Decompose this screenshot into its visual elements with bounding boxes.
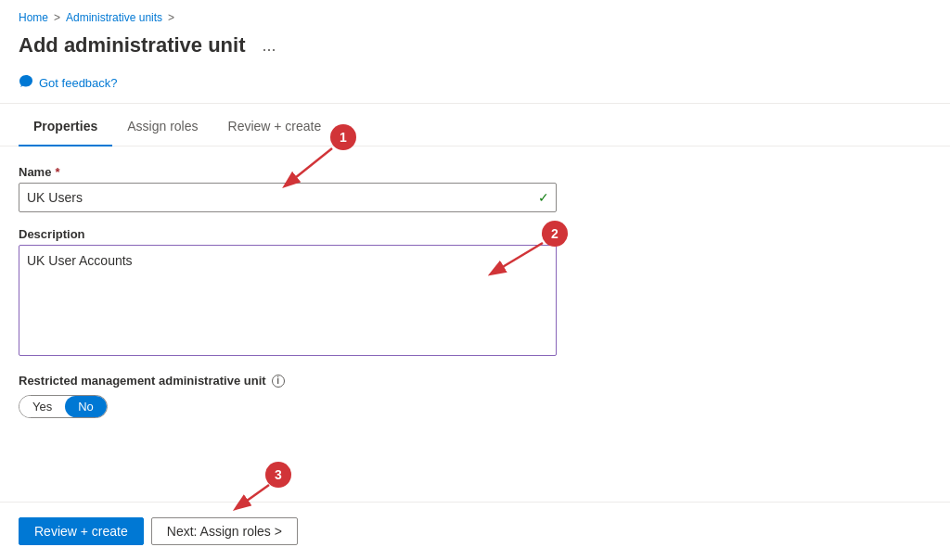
page-container: Home > Administrative units > Add admini… (0, 0, 950, 560)
name-input-wrapper: ✓ (19, 183, 557, 212)
description-input[interactable]: UK User Accounts (19, 245, 557, 356)
breadcrumb-home[interactable]: Home (19, 11, 48, 24)
tab-properties[interactable]: Properties (19, 108, 112, 146)
feedback-section[interactable]: Got feedback? (0, 69, 950, 103)
page-title: Add administrative unit (19, 33, 245, 57)
tabs-container: Properties Assign roles Review + create (0, 108, 950, 146)
form-section: Name * ✓ Description UK User Accounts Re… (0, 146, 950, 502)
breadcrumb: Home > Administrative units > (0, 0, 950, 30)
breadcrumb-sep-2: > (168, 11, 174, 24)
restricted-info-icon[interactable]: i (272, 375, 285, 388)
feedback-icon (19, 74, 33, 92)
page-header: Add administrative unit ... (0, 30, 950, 69)
feedback-label[interactable]: Got feedback? (39, 76, 118, 90)
toggle-yes[interactable]: Yes (19, 396, 65, 417)
more-options-button[interactable]: ... (256, 34, 281, 57)
toggle-group: Yes No (19, 395, 108, 418)
description-field: Description UK User Accounts (19, 227, 931, 359)
restricted-section: Restricted management administrative uni… (19, 374, 931, 418)
next-assign-roles-button[interactable]: Next: Assign roles > (151, 517, 298, 545)
breadcrumb-sep-1: > (54, 11, 60, 24)
footer: Review + create Next: Assign roles > (0, 502, 950, 560)
name-field: Name * ✓ (19, 165, 931, 212)
breadcrumb-admin-units[interactable]: Administrative units (66, 11, 162, 24)
name-required: * (55, 165, 59, 179)
top-divider (0, 103, 950, 104)
toggle-no[interactable]: No (65, 396, 107, 417)
review-create-button[interactable]: Review + create (19, 517, 144, 545)
tab-assign-roles[interactable]: Assign roles (112, 108, 212, 146)
name-input[interactable] (19, 183, 557, 212)
description-label: Description (19, 227, 931, 241)
restricted-label: Restricted management administrative uni… (19, 374, 931, 388)
checkmark-icon: ✓ (538, 190, 549, 205)
tab-review-create[interactable]: Review + create (213, 108, 337, 146)
description-textarea-wrapper: UK User Accounts (19, 245, 557, 359)
name-label: Name * (19, 165, 931, 179)
